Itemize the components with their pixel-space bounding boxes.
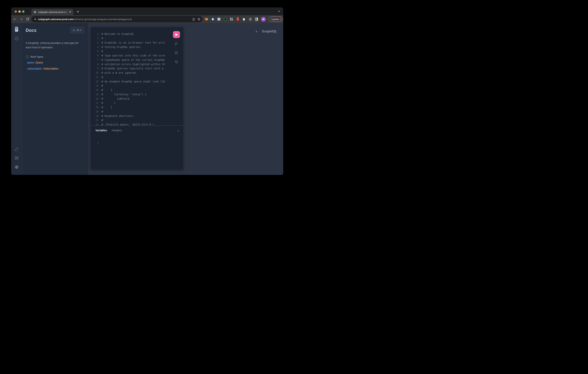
code-line[interactable]: 2# [91,36,183,41]
new-tab-button[interactable]: + [75,9,81,15]
query-editor-container: 1# Welcome to GraphiQL2#3# GraphiQL is a… [91,27,184,170]
code-line[interactable]: 19# [91,109,183,114]
password-lock-icon[interactable] [211,17,214,21]
root-type-type-link[interactable]: Query [36,61,43,64]
code-line[interactable]: 10# with a # are ignored. [91,71,183,75]
code-line[interactable]: 6# Type queries into this side of the sc… [91,53,183,58]
fs-icon[interactable]: FS [217,17,221,21]
code-line[interactable]: 4# testing GraphQL queries. [91,45,183,49]
refetch-schema-button[interactable] [11,147,22,151]
extensions-puzzle-icon[interactable] [242,17,246,21]
code-line[interactable]: 18# } [91,105,183,109]
tab-close-icon[interactable]: ✕ [68,11,72,14]
code-text: # field(arg: "value") { [102,93,171,96]
bookmark-star-icon[interactable] [197,17,201,21]
refresh-icon [14,147,19,151]
code-text: # } [102,101,171,104]
execute-query-button[interactable] [173,31,180,38]
window-zoom-button[interactable] [22,11,24,13]
code-line[interactable]: 22# Prettify query: Shift-Ctrl-P ( [91,122,183,126]
code-line[interactable]: 15# field(arg: "value") { [91,92,183,97]
merge-fragments-button[interactable] [174,51,178,55]
prettify-button[interactable] [174,42,178,46]
settings-button[interactable] [11,165,22,169]
shortcuts-button[interactable]: ⌘ [11,156,22,160]
root-type-field-link[interactable]: subscription [27,67,42,70]
tab-headers[interactable]: Headers [112,129,122,132]
url-text: subgraph.satsuma-prod.com/alchemy-gtm/pu… [38,18,192,21]
line-number: 22 [91,123,99,126]
code-text: # validation errors highlighted within t… [102,63,171,66]
code-line[interactable]: 9# GraphQL queries typically start with … [91,66,183,71]
code-line[interactable]: 8# validation errors highlighted within … [91,62,183,66]
docs-search-button[interactable]: ⌘ K [70,27,84,34]
side-panel-icon[interactable] [255,17,258,21]
code-line[interactable]: 20# Keyboard shortcuts: [91,114,183,118]
extensions-row: FS Al Update [205,15,283,23]
window-controls [15,11,24,13]
code-text: # Type queries into this side of the scr… [102,54,171,57]
code-line[interactable]: 13# [91,84,183,88]
update-button[interactable]: Update [269,16,283,22]
window-close-button[interactable] [15,11,17,13]
variables-section: VariablesHeaders 1 [91,126,183,170]
code-line[interactable]: 1# Welcome to GraphiQL [91,32,183,36]
profile-avatar[interactable]: Al [261,17,266,21]
code-line[interactable]: 14# { [91,88,183,92]
code-text: # GraphQL queries typically start with a [102,67,171,70]
leaf-speed-icon[interactable] [249,17,252,21]
merge-icon [174,51,178,55]
code-line[interactable]: 17# } [91,101,183,105]
line-number: 19 [91,110,99,113]
line-number: 10 [91,71,99,74]
back-button[interactable] [12,16,18,22]
line-number: 15 [91,93,99,96]
copy-query-button[interactable] [174,60,178,64]
variables-line-number: 1 [91,141,99,144]
page-content: ⌘ Docs ⌘ K A GraphQL schema provides a r… [11,23,283,175]
line-number: 9 [91,67,99,70]
code-line[interactable]: 5# [91,49,183,53]
history-plugin-button[interactable] [11,36,22,41]
share-icon[interactable] [192,18,195,21]
reload-button[interactable] [25,16,31,22]
code-line[interactable]: 21# [91,118,183,122]
root-type-type-link[interactable]: Subscription [43,67,59,70]
tab-title: subgraph.satsuma-prod.com/a [38,11,68,13]
code-text: # [102,50,171,53]
response-pane [186,23,284,175]
root-type-field-link[interactable]: query [27,61,34,64]
hydrant-icon[interactable] [236,17,240,21]
tab-variables[interactable]: Variables [95,129,107,132]
line-number: 7 [91,58,99,61]
docs-description: A GraphQL schema provides a root type fo… [26,41,83,50]
docs-plugin-button[interactable] [11,26,22,32]
url-bar[interactable]: subgraph.satsuma-prod.com/alchemy-gtm/pu… [31,16,202,22]
code-line[interactable]: 16# subField [91,96,183,101]
code-text: # [102,37,171,40]
variables-editor[interactable]: 1 [91,141,99,144]
copy-icon [174,60,178,64]
line-number: 21 [91,119,99,122]
screenshot-icon[interactable] [223,17,227,21]
code-line[interactable]: 3# GraphiQL is an in-browser tool for wr… [91,41,183,45]
code-line[interactable]: 12# An example GraphQL query might look … [91,79,183,84]
code-line[interactable]: 7# typeaheads aware of the current Graph… [91,58,183,62]
line-number: 3 [91,41,99,44]
forward-button[interactable] [18,16,24,22]
collapse-chevron-icon[interactable] [177,129,180,132]
browser-tab[interactable]: subgraph.satsuma-prod.com/a ✕ [31,9,73,15]
code-line[interactable]: 11# [91,75,183,79]
lock-icon[interactable] [34,18,37,21]
query-editor[interactable]: 1# Welcome to GraphiQL2#3# GraphiQL is a… [91,27,183,126]
browser-menu-icon[interactable] [281,18,281,21]
root-types-icon: ~ [26,55,29,58]
tab-search-chevron-icon[interactable] [278,10,281,13]
graphiql-session: + GraphiQL 1# Welcome to GraphiQL2#3# Gr… [88,23,284,175]
metamask-icon[interactable] [205,17,208,21]
code-text: # with a # are ignored. [102,71,171,74]
grid-icon[interactable] [230,17,233,21]
variables-tabs: VariablesHeaders [91,126,183,135]
line-number: 4 [91,45,99,49]
window-minimize-button[interactable] [18,11,21,13]
